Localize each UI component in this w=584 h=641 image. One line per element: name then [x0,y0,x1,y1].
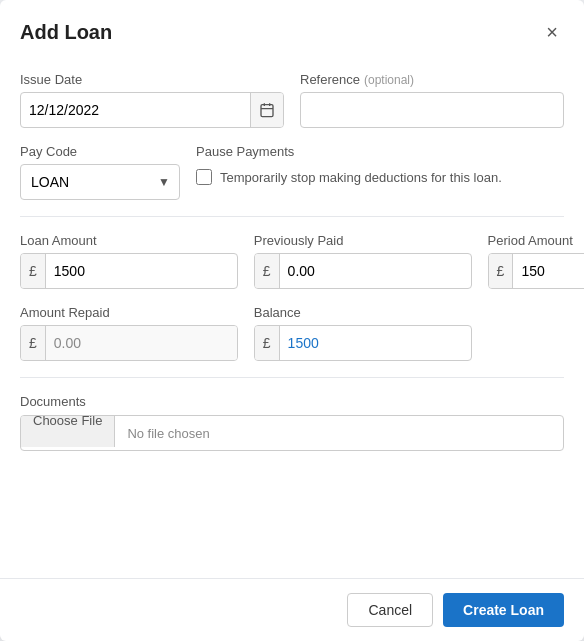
pay-code-group: Pay Code LOAN ▼ [20,144,180,200]
pay-code-select[interactable]: LOAN [20,164,180,200]
loan-amount-input[interactable] [46,254,237,288]
issue-date-group: Issue Date [20,72,284,128]
previously-paid-input-wrapper: £ [254,253,472,289]
issue-date-input[interactable] [21,93,250,127]
amount-repaid-input-wrapper: £ [20,325,238,361]
period-amount-input[interactable] [513,254,584,288]
svg-rect-0 [261,105,273,117]
period-amount-group: Period Amount £ [488,233,584,289]
modal-header: Add Loan × [0,0,584,56]
balance-label: Balance [254,305,472,320]
reference-label: Reference(optional) [300,72,564,87]
balance-symbol: £ [255,326,280,360]
divider-1 [20,216,564,217]
loan-amount-group: Loan Amount £ [20,233,238,289]
amount-repaid-input[interactable] [46,326,237,360]
previously-paid-input[interactable] [280,254,471,288]
create-loan-button[interactable]: Create Loan [443,593,564,627]
no-file-text: No file chosen [115,426,221,441]
pause-payments-checkbox-row: Temporarily stop making deductions for t… [196,169,564,185]
issue-date-input-wrapper [20,92,284,128]
pause-payments-text: Temporarily stop making deductions for t… [220,170,502,185]
pay-code-label: Pay Code [20,144,180,159]
pause-payments-label: Pause Payments [196,144,564,159]
pay-code-select-wrapper: LOAN ▼ [20,164,180,200]
row-date-reference: Issue Date Reference(optional) [20,72,564,128]
balance-group: Balance £ [254,305,472,361]
calendar-icon-button[interactable] [250,93,283,127]
cancel-button[interactable]: Cancel [347,593,433,627]
calendar-icon [259,102,275,118]
previously-paid-label: Previously Paid [254,233,472,248]
documents-section: Documents Choose File No file chosen [20,394,564,451]
period-amount-input-wrapper: £ [488,253,584,289]
period-amount-label: Period Amount [488,233,584,248]
balance-input[interactable] [280,326,471,360]
modal-body: Issue Date Reference(optional) [0,56,584,578]
amount-repaid-label: Amount Repaid [20,305,238,320]
issue-date-label: Issue Date [20,72,284,87]
close-button[interactable]: × [540,20,564,44]
modal-title: Add Loan [20,21,112,44]
row-amounts-bottom: Amount Repaid £ Balance £ [20,305,564,361]
period-amount-symbol: £ [489,254,514,288]
reference-input[interactable] [300,92,564,128]
pause-payments-group: Pause Payments Temporarily stop making d… [196,144,564,200]
modal-footer: Cancel Create Loan [0,578,584,641]
file-input-wrapper: Choose File No file chosen [20,415,564,451]
amount-repaid-symbol: £ [21,326,46,360]
reference-group: Reference(optional) [300,72,564,128]
choose-file-button[interactable]: Choose File [21,415,115,447]
loan-amount-symbol: £ [21,254,46,288]
documents-label: Documents [20,394,564,409]
previously-paid-symbol: £ [255,254,280,288]
amount-repaid-group: Amount Repaid £ [20,305,238,361]
row-paycode-pause: Pay Code LOAN ▼ Pause Payments Temporari… [20,144,564,200]
loan-amount-label: Loan Amount [20,233,238,248]
add-loan-modal: Add Loan × Issue Date [0,0,584,641]
pause-payments-checkbox[interactable] [196,169,212,185]
previously-paid-group: Previously Paid £ [254,233,472,289]
loan-amount-input-wrapper: £ [20,253,238,289]
balance-input-wrapper: £ [254,325,472,361]
row-amounts-top: Loan Amount £ Previously Paid £ Period A… [20,233,564,289]
divider-2 [20,377,564,378]
